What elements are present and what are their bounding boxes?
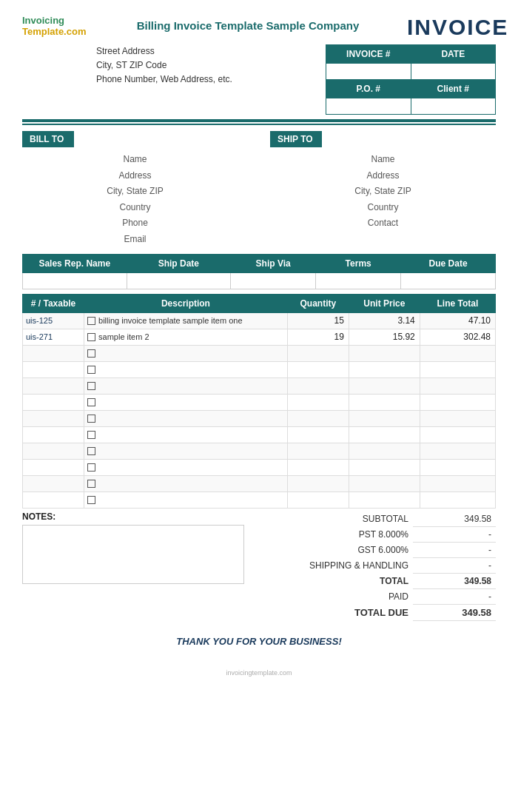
row-total: 302.48 [420,329,495,345]
col-num-header: # / Taxable [23,294,84,312]
po-value[interactable] [326,98,411,115]
ship-to-name: Name [270,152,496,168]
total-due-value: 349.58 [413,604,496,620]
row-qty [287,459,349,475]
row-unit [349,361,420,378]
row-id [23,378,84,394]
row-total [420,410,495,426]
col-unit-header: Unit Price [349,294,420,312]
row-id [23,475,84,491]
row-total [420,378,495,394]
checkbox-icon[interactable] [87,333,95,341]
table-row [23,475,496,491]
checkbox-icon[interactable] [87,415,95,423]
date-value[interactable] [411,64,495,80]
divider-thin [22,124,496,125]
row-id [23,491,84,508]
client-value[interactable] [411,98,495,115]
terms-header: Terms [316,254,401,272]
checkbox-icon[interactable] [87,431,95,439]
sales-rep-value[interactable] [23,272,127,289]
row-desc [84,345,288,361]
row-unit [349,459,420,475]
row-desc: billing invoice template sample item one [84,312,288,329]
info-row-table: Sales Rep. Name Ship Date Ship Via Terms… [22,254,496,289]
invoice-num-value[interactable] [326,64,411,80]
bill-to-col: BILL TO Name Address City, State ZIP Cou… [22,131,248,248]
top-section: Street Address City, ST ZIP Code Phone N… [22,44,496,115]
checkbox-icon[interactable] [87,447,95,455]
checkbox-icon[interactable] [87,382,95,390]
due-date-header: Due Date [401,254,496,272]
checkbox-icon[interactable] [87,480,95,488]
ship-to-col: SHIP TO Name Address City, State ZIP Cou… [270,131,496,248]
bill-ship-section: BILL TO Name Address City, State ZIP Cou… [22,131,496,248]
row-id: uis-125 [23,312,84,329]
terms-value[interactable] [316,272,401,289]
po-label: P.O. # [326,80,411,98]
ship-via-value[interactable] [231,272,316,289]
bill-to-name: Name [22,152,248,168]
row-unit [349,394,420,410]
row-unit [349,443,420,459]
row-id [23,345,84,361]
address-line1: Street Address [96,44,326,58]
ship-to-contact: Contact [270,215,496,232]
row-total [420,443,495,459]
row-qty [287,361,349,378]
address-line2: City, ST ZIP Code [96,58,326,73]
row-unit [349,410,420,426]
checkbox-icon[interactable] [87,463,95,472]
row-total [420,426,495,443]
row-qty [287,410,349,426]
ship-date-value[interactable] [127,272,231,289]
checkbox-icon[interactable] [87,317,95,325]
table-row: uis-271sample item 21915.92302.48 [23,329,496,345]
row-qty [287,426,349,443]
checkbox-icon[interactable] [87,496,95,504]
gst-value: - [413,542,496,557]
checkbox-icon[interactable] [87,398,95,406]
ship-date-header: Ship Date [127,254,231,272]
summary-section: NOTES: SUBTOTAL 349.58 PST 8.000% - GST … [22,511,496,621]
due-date-value[interactable] [401,272,496,289]
logo: Invoicing Template.com [22,15,89,37]
row-qty [287,443,349,459]
checkbox-icon[interactable] [87,366,95,374]
notes-label: NOTES: [22,511,244,522]
col-qty-header: Quantity [287,294,349,312]
client-label: Client # [411,80,495,98]
paid-label: PAID [259,588,413,604]
notes-col: NOTES: [22,511,244,621]
pst-label: PST 8.000% [259,526,413,542]
row-total [420,394,495,410]
company-title: Billing Invoice Template Sample Company [89,19,407,32]
gst-label: GST 6.000% [259,542,413,557]
table-row: uis-125billing invoice template sample i… [23,312,496,329]
shipping-label: SHIPPING & HANDLING [259,557,413,573]
row-qty: 15 [287,312,349,329]
row-id [23,410,84,426]
invoice-word: INVOICE [407,15,496,40]
row-unit [349,491,420,508]
checkbox-icon[interactable] [87,349,95,358]
row-id [23,394,84,410]
row-total [420,491,495,508]
row-qty: 19 [287,329,349,345]
row-total [420,345,495,361]
notes-box[interactable] [22,525,244,584]
row-desc [84,475,288,491]
row-id [23,361,84,378]
row-desc [84,394,288,410]
bill-to-email: Email [22,232,248,248]
row-unit: 15.92 [349,329,420,345]
bill-to-city: City, State ZIP [22,184,248,200]
divider-thick [22,119,496,122]
subtotal-value: 349.58 [413,511,496,527]
row-desc [84,459,288,475]
col-total-header: Line Total [420,294,495,312]
line-items-table: # / Taxable Description Quantity Unit Pr… [22,294,496,509]
row-total [420,459,495,475]
totals-col: SUBTOTAL 349.58 PST 8.000% - GST 6.000% … [259,511,496,621]
bill-to-phone: Phone [22,215,248,232]
